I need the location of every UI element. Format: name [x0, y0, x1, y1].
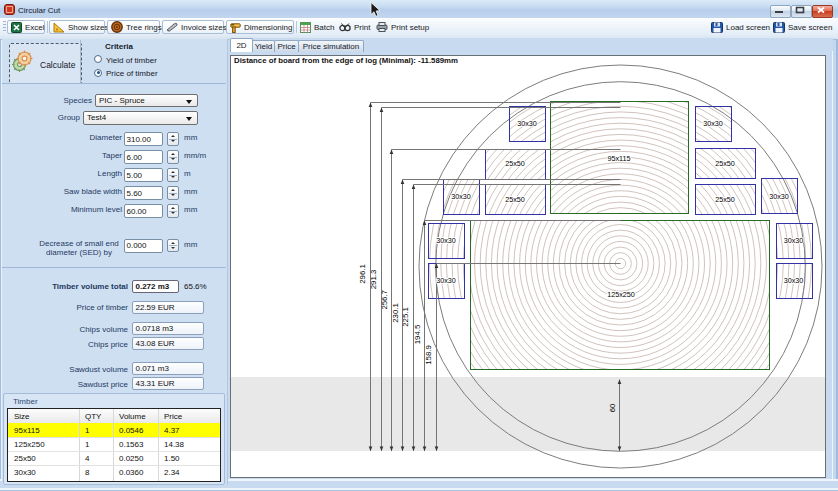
svg-text:158.9: 158.9	[424, 345, 433, 365]
svg-text:30x30: 30x30	[451, 192, 471, 201]
svg-text:30x30: 30x30	[703, 119, 723, 128]
svg-text:95x115: 95x115	[607, 154, 630, 163]
svg-text:30x30: 30x30	[769, 192, 789, 201]
svg-text:25x50: 25x50	[505, 195, 525, 204]
svg-text:25x50: 25x50	[715, 159, 735, 168]
svg-text:194.5: 194.5	[413, 324, 422, 344]
svg-text:30x30: 30x30	[517, 119, 537, 128]
svg-text:225.1: 225.1	[401, 307, 410, 327]
svg-text:30x30: 30x30	[784, 236, 804, 245]
svg-text:296.1: 296.1	[358, 264, 367, 284]
svg-text:256.7: 256.7	[380, 290, 389, 310]
svg-text:230.1: 230.1	[391, 303, 400, 323]
svg-text:25x50: 25x50	[505, 159, 525, 168]
svg-text:125x250: 125x250	[607, 290, 635, 299]
svg-text:291.3: 291.3	[369, 270, 378, 290]
svg-text:60: 60	[608, 403, 617, 412]
svg-text:30x30: 30x30	[436, 236, 456, 245]
svg-text:30x30: 30x30	[436, 276, 456, 285]
svg-text:30x30: 30x30	[784, 276, 804, 285]
svg-text:25x50: 25x50	[715, 195, 735, 204]
